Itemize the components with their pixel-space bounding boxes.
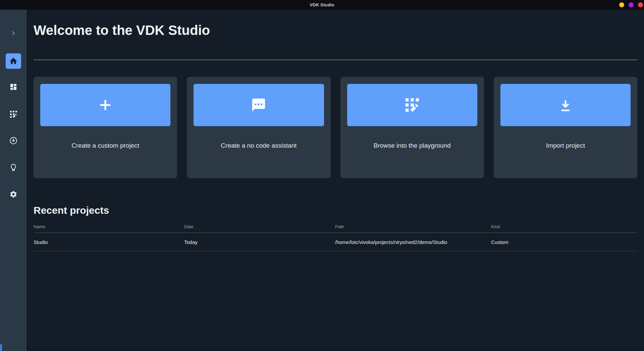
card-banner xyxy=(40,84,170,126)
plus-icon xyxy=(99,99,112,111)
window-title: VDK Studio xyxy=(310,2,334,7)
sidebar-item-home[interactable] xyxy=(6,53,21,69)
page-title: Welcome to the VDK Studio xyxy=(34,22,637,38)
lightbulb-icon xyxy=(9,163,18,171)
gear-icon xyxy=(9,190,17,198)
column-header-path: Path xyxy=(335,224,491,229)
dashboard-icon xyxy=(9,83,17,91)
sidebar-item-playground[interactable] xyxy=(6,106,21,122)
column-header-kind: Kind xyxy=(491,224,637,229)
maximize-button[interactable] xyxy=(629,2,634,7)
card-browse-playground[interactable]: Browse into the playground xyxy=(340,77,484,178)
window-resize-grip[interactable] xyxy=(0,344,2,351)
cell-date: Today xyxy=(184,239,335,245)
cell-kind: Custom xyxy=(491,239,637,245)
download-icon xyxy=(557,97,574,113)
cell-name: Studio xyxy=(34,239,184,245)
title-divider xyxy=(34,60,637,60)
window-controls xyxy=(619,0,643,10)
close-button[interactable] xyxy=(638,2,643,7)
card-banner xyxy=(500,84,631,126)
sidebar xyxy=(0,10,28,351)
recent-projects-table: Name Date Path Kind Studio Today /home/l… xyxy=(34,220,637,251)
chevron-right-icon xyxy=(10,30,17,37)
download-circle-icon xyxy=(9,136,18,145)
card-label: Import project xyxy=(494,142,637,150)
grid-edit-icon xyxy=(9,110,18,118)
home-icon xyxy=(9,57,18,65)
grid-edit-icon xyxy=(404,97,420,113)
sidebar-item-import[interactable] xyxy=(6,133,21,148)
sidebar-item-settings[interactable] xyxy=(6,187,21,202)
titlebar: VDK Studio xyxy=(0,0,644,10)
table-row[interactable]: Studio Today /home/loic/vivoka/projects/… xyxy=(34,233,637,251)
card-banner xyxy=(194,84,324,126)
chat-bubble-icon xyxy=(251,97,266,113)
sidebar-item-ideas[interactable] xyxy=(6,159,21,175)
sidebar-item-expand[interactable] xyxy=(6,26,21,41)
card-label: Create a no code assistant xyxy=(187,142,330,150)
action-cards: Create a custom project Create a no code… xyxy=(34,77,637,178)
recent-projects-title: Recent projects xyxy=(34,204,637,216)
card-label: Create a custom project xyxy=(34,142,177,150)
table-header-row: Name Date Path Kind xyxy=(34,220,637,233)
card-create-custom-project[interactable]: Create a custom project xyxy=(34,77,177,178)
sidebar-item-projects[interactable] xyxy=(6,79,21,95)
card-create-no-code-assistant[interactable]: Create a no code assistant xyxy=(187,77,330,178)
card-import-project[interactable]: Import project xyxy=(494,77,637,178)
cell-path: /home/loic/vivoka/projects/niryo/ned2/de… xyxy=(335,239,491,245)
card-banner xyxy=(347,84,477,126)
column-header-name: Name xyxy=(34,224,184,229)
minimize-button[interactable] xyxy=(619,2,624,7)
card-label: Browse into the playground xyxy=(340,142,484,150)
column-header-date: Date xyxy=(184,224,335,229)
main-content: Welcome to the VDK Studio Create a custo… xyxy=(28,10,644,351)
